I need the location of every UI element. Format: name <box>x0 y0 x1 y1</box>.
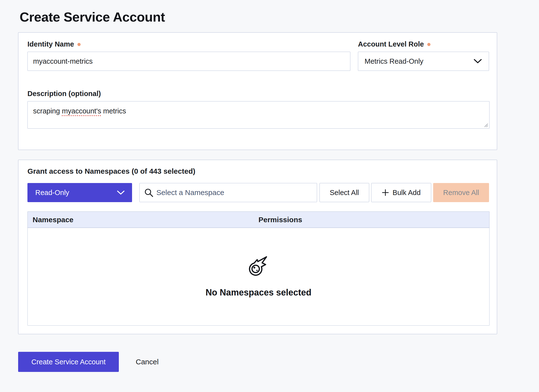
description-field-group: Description (optional) scraping myaccoun… <box>27 89 489 129</box>
chevron-down-icon <box>474 59 482 64</box>
bulk-add-button[interactable]: Bulk Add <box>371 183 431 202</box>
column-header-namespace: Namespace <box>28 216 258 224</box>
description-text: metrics <box>101 107 126 115</box>
permission-dropdown-value: Read-Only <box>35 189 69 197</box>
account-level-role-value: Metrics Read-Only <box>365 57 423 65</box>
permission-dropdown[interactable]: Read-Only <box>27 183 132 202</box>
select-all-button[interactable]: Select All <box>319 183 369 202</box>
identity-name-label: Identity Name <box>27 40 350 48</box>
meteor-icon <box>248 256 269 277</box>
description-label: Description (optional) <box>27 89 489 98</box>
search-icon <box>144 188 154 197</box>
column-header-permissions: Permissions <box>258 216 489 224</box>
account-level-role-label-text: Account Level Role <box>358 40 424 48</box>
page-title: Create Service Account <box>20 9 539 25</box>
bulk-add-label: Bulk Add <box>392 189 420 197</box>
account-level-role-label: Account Level Role <box>358 40 489 48</box>
chevron-down-icon <box>117 190 125 195</box>
description-text: scraping <box>33 107 62 115</box>
namespaces-table-header: Namespace Permissions <box>28 212 489 228</box>
namespaces-table-body: No Namespaces selected <box>28 228 489 325</box>
identity-card: Identity Name Account Level Role Metrics… <box>18 32 497 150</box>
namespaces-controls-row: Read-Only Select All Bulk Add Remove All <box>27 183 489 202</box>
namespace-search <box>139 183 317 202</box>
create-service-account-button[interactable]: Create Service Account <box>18 352 119 372</box>
cancel-button[interactable]: Cancel <box>134 357 160 366</box>
plus-icon <box>382 189 389 196</box>
required-dot-icon <box>77 43 81 46</box>
namespaces-heading: Grant access to Namespaces (0 of 443 sel… <box>27 166 489 176</box>
resize-handle-icon[interactable] <box>483 122 488 127</box>
identity-name-input[interactable] <box>27 52 350 71</box>
remove-all-button[interactable]: Remove All <box>433 183 489 202</box>
description-label-text: Description (optional) <box>27 89 101 98</box>
account-level-role-select[interactable]: Metrics Read-Only <box>358 52 489 71</box>
empty-state-message: No Namespaces selected <box>206 287 311 298</box>
account-level-role-field-group: Account Level Role Metrics Read-Only <box>358 40 489 71</box>
footer-actions: Create Service Account Cancel <box>18 352 539 372</box>
identity-name-field-group: Identity Name <box>27 40 350 71</box>
namespaces-card: Grant access to Namespaces (0 of 443 sel… <box>18 160 497 334</box>
empty-state: No Namespaces selected <box>206 256 311 298</box>
required-dot-icon <box>427 43 430 46</box>
identity-name-label-text: Identity Name <box>27 40 74 48</box>
namespaces-table: Namespace Permissions No Namespaces sele… <box>27 211 490 326</box>
description-textarea[interactable]: scraping myaccount's metrics <box>27 101 490 129</box>
namespace-search-input[interactable] <box>139 183 317 202</box>
description-misspelled-word: myaccount's <box>62 107 101 115</box>
